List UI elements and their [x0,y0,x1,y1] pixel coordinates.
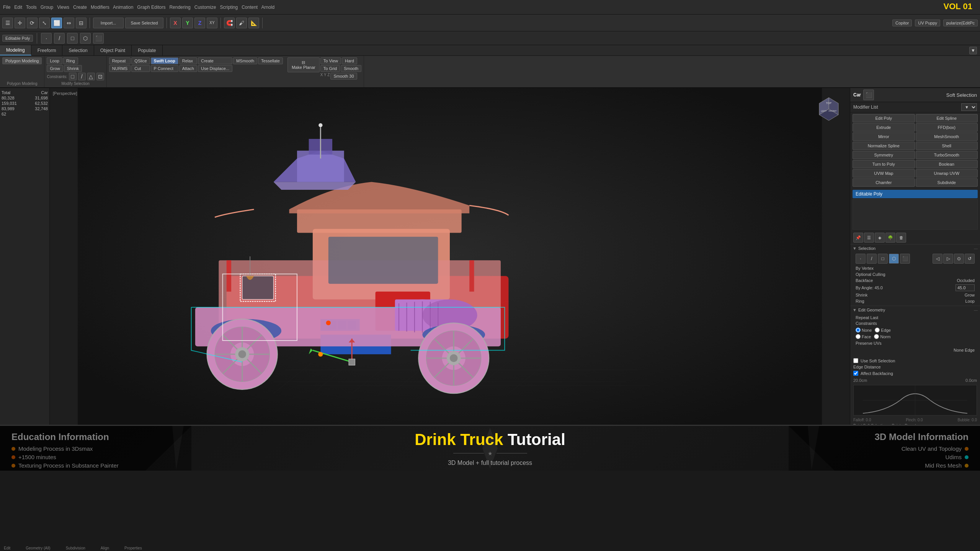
mod-tree-icon[interactable]: 🌳 [885,233,895,243]
edit-poly-btn[interactable]: Edit Poly [853,114,915,122]
none-radio[interactable] [856,328,861,333]
xy-axis-btn[interactable]: XY [207,18,217,28]
p-connect-btn[interactable]: P Connect [151,65,178,72]
tab-object-paint[interactable]: Object Paint [94,45,132,55]
paint-tool[interactable]: 🖌 [236,18,247,28]
mesh-smooth-btn[interactable]: MeshSmooth [916,132,978,141]
uv-puppy-btn[interactable]: UV Puppy [915,20,940,26]
face-radio-label[interactable]: Face [856,334,871,339]
tab-freeform[interactable]: Freeform [31,45,63,55]
smooth-btn[interactable]: Smooth [341,65,361,72]
repeat-btn[interactable]: Repeat [109,57,131,64]
chamfer-btn[interactable]: Chamfer [853,178,915,187]
viewport-cube[interactable]: TOP FRONT LEFT [815,96,842,122]
turbo-smooth-btn[interactable]: TurboSmooth [916,151,978,159]
cut-btn[interactable]: Cut [131,65,150,72]
rotate-tool[interactable]: ⟳ [27,18,38,28]
ring-btn[interactable]: Ring [63,57,78,64]
shrink-sel-icon[interactable]: ◁ [933,254,942,264]
z-axis-btn[interactable]: Z [194,18,205,28]
edge-radio[interactable] [875,328,880,333]
symmetry-btn[interactable]: Symmetry [853,151,915,159]
boolean-btn[interactable]: Boolean [916,160,978,168]
modifier-list-dropdown[interactable]: ▼ [961,103,977,111]
loop-sel-icon[interactable]: ↺ [965,254,975,264]
x-axis-btn[interactable]: X [170,18,181,28]
edge-btn[interactable]: / [54,33,65,44]
affect-backfacing-checkbox[interactable] [853,371,858,376]
copitor-btn[interactable]: Copitor [892,20,912,26]
edge-sel-icon[interactable]: / [867,254,877,264]
smooth30-btn[interactable]: Smooth 30 [330,73,357,80]
pularize-btn[interactable]: pularize(EditPc [943,20,978,26]
tab-selection[interactable]: Selection [62,45,94,55]
ribbon-settings-icon[interactable]: ▼ [969,47,977,54]
snap-tool[interactable]: 📐 [248,18,259,28]
constraint-icon4[interactable]: ⊡ [96,73,104,80]
border-sel-icon[interactable]: □ [878,254,888,264]
mod-highlight-icon[interactable]: ◈ [875,233,885,243]
uvw-map-btn[interactable]: UVW Map [853,169,915,178]
nurms-btn[interactable]: NURMS [109,65,131,72]
shell-btn[interactable]: Shell [916,142,978,150]
grow-sel-icon[interactable]: ▷ [943,254,953,264]
hard-btn[interactable]: Hard [342,57,357,64]
tab-modeling[interactable]: Modeling [0,45,31,55]
ring-sel-icon[interactable]: ⊙ [954,254,964,264]
to-grid-btn[interactable]: To Grid [320,65,340,72]
edge-radio-label[interactable]: Edge [875,328,891,333]
constraint-icon1[interactable]: □ [69,73,77,80]
normal-radio-label[interactable]: Norm [874,334,890,339]
shrink-btn[interactable]: Shrink [64,65,82,72]
relax-btn[interactable]: Relax [179,57,197,64]
polygon-modeling-btn[interactable]: Polygon Modeling [2,57,42,64]
tessellate-btn[interactable]: Tessellate [258,57,283,64]
extrude-btn[interactable]: Extrude [853,123,915,132]
vertex-btn[interactable]: · [41,33,52,44]
mod-delete-icon[interactable]: 🗑 [896,233,906,243]
mirror-btn[interactable]: Mirror [853,132,915,141]
ffd-box-btn[interactable]: FFD(box) [916,123,978,132]
app-menu[interactable]: File Edit Tools Group Views Create Modif… [3,5,274,10]
viewport[interactable]: [Perspective] [Standard] [Default Shadin… [50,88,850,425]
edit-spline-btn[interactable]: Edit Spline [916,114,978,122]
use-displace-btn[interactable]: Use Displace... [198,65,232,72]
turn-to-poly-btn[interactable]: Turn to Poly [853,160,915,168]
by-angle-input[interactable] [956,284,975,291]
to-view-btn[interactable]: To View [320,57,341,64]
scale-tool[interactable]: ⤡ [39,18,50,28]
align-tool[interactable]: ⊟ [76,18,87,28]
element-sel-icon[interactable]: ⬛ [900,254,910,264]
subdivide-btn[interactable]: Subdivide [916,178,978,187]
tab-populate[interactable]: Populate [132,45,162,55]
import-btn[interactable]: Import... [93,18,124,28]
save-selected-btn[interactable]: Save Selected [125,18,163,28]
qslice-btn[interactable]: QSlice [131,57,150,64]
select-tool[interactable]: ☰ [2,18,13,28]
grow-btn[interactable]: Grow [47,65,63,72]
mirror-tool[interactable]: ⇔ [64,18,74,28]
constraint-icon3[interactable]: △ [87,73,95,80]
constraint-icon2[interactable]: / [78,73,86,80]
mod-pin-icon[interactable]: 📌 [853,233,863,243]
y-axis-btn[interactable]: Y [182,18,193,28]
face-radio[interactable] [856,334,861,339]
normalize-spline-btn[interactable]: Normalize Spline [853,142,915,150]
move-tool[interactable]: ✛ [15,18,25,28]
swift-loop-btn[interactable]: Swift Loop [151,57,178,64]
poly-sel-icon[interactable]: ⬡ [889,254,899,264]
normal-radio[interactable] [874,334,879,339]
color-swatch[interactable]: ⬛ [863,90,874,100]
loop-btn[interactable]: Loop [47,57,62,64]
border-btn[interactable]: □ [67,33,78,44]
create-btn[interactable]: Create [198,57,232,64]
vertex-sel-icon[interactable]: · [856,254,866,264]
editable-poly-stack-item[interactable]: Editable Poly [853,190,978,198]
use-soft-sel-checkbox[interactable] [853,358,858,363]
mod-list-icon[interactable]: ☰ [864,233,874,243]
element-btn[interactable]: ⬛ [93,33,104,44]
make-planar-btn[interactable]: ⊟ Make Planar [287,57,320,72]
attach-btn[interactable]: Attach [179,65,197,72]
select-region-tool[interactable]: ⬜ [51,18,62,28]
none-radio-label[interactable]: None [856,328,872,333]
